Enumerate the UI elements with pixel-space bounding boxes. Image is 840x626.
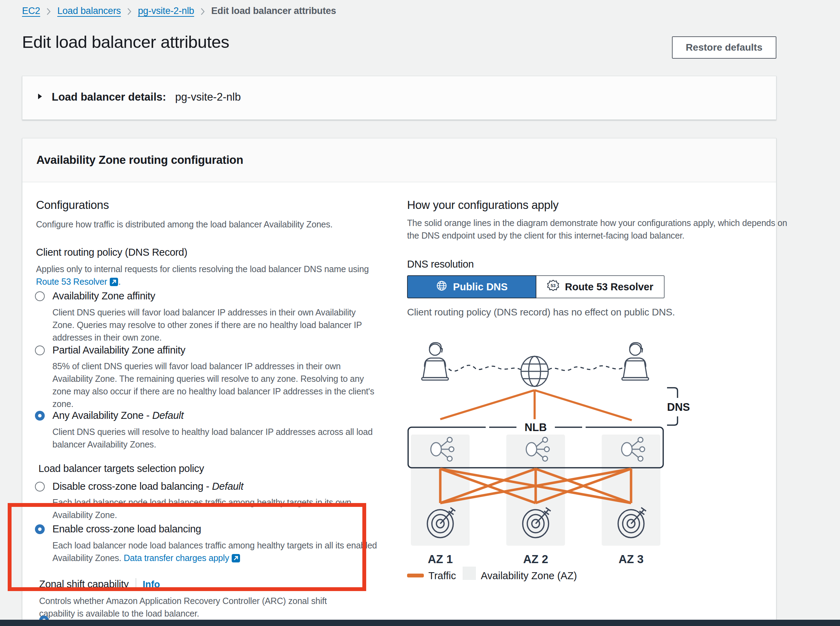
footer-bar [0, 620, 840, 626]
dns-traffic-lines [440, 390, 632, 420]
diagram-legend: Traffic Availability Zone (AZ) [407, 567, 577, 581]
globe-icon [436, 280, 448, 294]
toggle-route53-resolver[interactable]: 53 Route 53 Resolver [536, 275, 665, 298]
radio-circle-checked[interactable] [35, 524, 45, 534]
client-routing-policy-label: Client routing policy (DNS Record) [36, 247, 187, 258]
zonal-shift-info-link[interactable]: Info [143, 579, 160, 590]
dns-bracket-label: DNS [667, 401, 690, 413]
radio-circle-checked[interactable] [35, 411, 45, 421]
radio-option-enable-cross-zone[interactable]: Enable cross-zone load balancing [35, 523, 201, 535]
panel-header: Availability Zone routing configuration [22, 138, 776, 182]
breadcrumb-link-load-balancers[interactable]: Load balancers [57, 6, 121, 16]
client-routing-desc-period: . [118, 277, 121, 286]
radio-label-default-suffix: Default [152, 410, 184, 421]
section-title: Availability Zone routing configuration [36, 153, 243, 167]
radio-label: Availability Zone affinity [52, 290, 155, 302]
az1-label: AZ 1 [428, 552, 453, 566]
internet-globe-icon [521, 356, 548, 387]
legend-traffic-swatch [407, 574, 424, 577]
breadcrumb-current: Edit load balancer attributes [212, 6, 336, 16]
radio-description: 85% of client DNS queries will favor loa… [52, 360, 378, 410]
radio-description: Client DNS queries will favor load balan… [52, 306, 378, 344]
az3-label: AZ 3 [619, 552, 644, 566]
traffic-flow-diagram: DNS NLB [405, 333, 695, 582]
label-divider [136, 578, 136, 590]
radio-circle[interactable] [35, 291, 45, 301]
page-title: Edit load balancer attributes [22, 32, 229, 52]
load-balancer-details-panel: Load balancer details: pg-vsite-2-nlb [22, 76, 776, 120]
legend-az-label: Availability Zone (AZ) [481, 570, 577, 581]
client-routing-policy-description: Applies only to internal requests for cl… [36, 263, 371, 290]
radio-description: Each load balancer node load balances tr… [52, 496, 378, 521]
how-apply-description: The solid orange lines in the diagram de… [407, 217, 788, 242]
legend-az-swatch [462, 567, 476, 580]
edit-load-balancer-attributes-page: EC2 Load balancers pg-vsite-2-nlb Edit l… [0, 0, 840, 626]
route53-badge-icon: 53 [547, 280, 559, 294]
svg-text:53: 53 [551, 283, 556, 288]
radio-label: Enable cross-zone load balancing [52, 523, 201, 535]
zonal-shift-description: Controls whether Amazon Application Reco… [39, 595, 364, 620]
radio-option-any-az[interactable]: Any Availability Zone - Default [35, 410, 183, 421]
targets-selection-policy-label: Load balancer targets selection policy [38, 463, 204, 474]
breadcrumb-link-ec2[interactable]: EC2 [22, 6, 40, 16]
toggle-public-dns[interactable]: Public DNS [407, 275, 536, 298]
radio-label: Partial Availability Zone affinity [52, 344, 185, 356]
zonal-shift-label: Zonal shift capability [39, 579, 129, 590]
configurations-description: Configure how traffic is distributed amo… [36, 218, 371, 230]
radio-label: Any Availability Zone - Default [52, 410, 183, 421]
az2-label: AZ 2 [523, 552, 548, 566]
legend-traffic-label: Traffic [428, 570, 456, 581]
dashed-connector-left [449, 365, 520, 371]
chevron-right-icon [201, 8, 205, 16]
configurations-heading: Configurations [36, 199, 109, 212]
chevron-right-icon [127, 8, 132, 16]
user-icon [622, 343, 649, 380]
client-routing-desc-text: Applies only to internal requests for cl… [36, 264, 368, 274]
public-dns-note: Client routing policy (DNS record) has n… [407, 306, 791, 319]
radio-description: Client DNS queries will resolve to healt… [52, 426, 378, 451]
details-expander[interactable]: Load balancer details: pg-vsite-2-nlb [22, 76, 776, 103]
radio-label-text: Any Availability Zone - [52, 410, 152, 421]
radio-option-disable-cross-zone[interactable]: Disable cross-zone load balancing - Defa… [35, 480, 243, 492]
external-link-icon[interactable] [110, 277, 118, 290]
breadcrumb-link-lb-name[interactable]: pg-vsite-2-nlb [138, 6, 194, 16]
zonal-shift-row: Zonal shift capabilityInfo [39, 578, 160, 590]
details-label: Load balancer details: [52, 91, 166, 103]
toggle-route53-label: Route 53 Resolver [565, 281, 654, 293]
user-icon [422, 343, 448, 380]
details-value: pg-vsite-2-nlb [175, 91, 241, 103]
radio-circle[interactable] [35, 346, 45, 355]
external-link-icon[interactable] [231, 553, 240, 566]
radio-label: Disable cross-zone load balancing - Defa… [52, 480, 243, 492]
data-transfer-charges-link[interactable]: Data transfer charges apply [124, 553, 229, 563]
dashed-connector-right [549, 366, 623, 371]
radio-label-default-suffix: Default [212, 480, 243, 492]
how-apply-heading: How your configurations apply [407, 199, 558, 212]
radio-option-az-affinity[interactable]: Availability Zone affinity [35, 290, 155, 302]
radio-circle[interactable] [35, 482, 45, 491]
nlb-label: NLB [525, 421, 547, 434]
dns-resolution-label: DNS resolution [407, 258, 474, 270]
restore-defaults-button[interactable]: Restore defaults [672, 36, 776, 59]
breadcrumb: EC2 Load balancers pg-vsite-2-nlb Edit l… [22, 6, 336, 16]
radio-label-text: Disable cross-zone load balancing - [52, 480, 212, 492]
toggle-public-dns-label: Public DNS [453, 281, 508, 293]
dns-resolution-toggle: Public DNS 53 Route 53 Resolver [407, 275, 664, 298]
expand-triangle-icon [37, 93, 42, 101]
radio-description: Each load balancer node load balances tr… [52, 539, 378, 566]
chevron-right-icon [47, 8, 51, 16]
radio-option-partial-az-affinity[interactable]: Partial Availability Zone affinity [35, 344, 185, 356]
route53-resolver-link[interactable]: Route 53 Resolver [36, 277, 107, 286]
